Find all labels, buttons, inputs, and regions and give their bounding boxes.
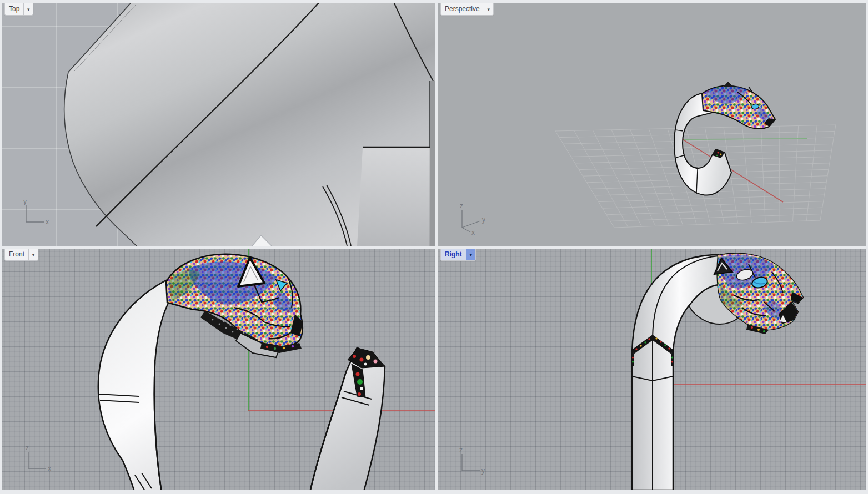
viewport-tab-label[interactable]: Right <box>441 249 466 260</box>
top-viewport-canvas[interactable] <box>2 3 435 246</box>
tail-gem <box>366 355 370 360</box>
jaw-gem <box>763 330 765 332</box>
viewport-menu-arrow-icon[interactable]: ▾ <box>23 3 33 15</box>
viewport-perspective[interactable]: Perspective ▾ z y x <box>438 3 866 246</box>
jaw-gem <box>757 329 760 331</box>
jaw-gem <box>274 347 276 350</box>
viewport-top[interactable]: Top ▾ y x <box>2 3 435 246</box>
tail-gem <box>356 372 360 376</box>
viewport-tab-label[interactable]: Front <box>5 249 28 260</box>
viewport-tab-perspective[interactable]: Perspective ▾ <box>440 3 494 16</box>
jaw-gem <box>751 326 753 329</box>
tail-gem <box>358 392 361 396</box>
viewport-menu-arrow-icon[interactable]: ▾ <box>484 3 493 15</box>
jaw-gem <box>283 347 285 349</box>
perspective-viewport-canvas[interactable] <box>438 3 866 246</box>
right-viewport-canvas[interactable] <box>438 249 866 490</box>
tail-gem <box>353 355 356 358</box>
bottom-frame-strip <box>0 490 868 494</box>
bracelet-model[interactable] <box>98 254 385 490</box>
jaw-gem <box>266 346 268 348</box>
tail-gem <box>716 155 718 157</box>
viewport-front[interactable]: Front ▾ z x <box>2 249 435 490</box>
tail-gem <box>357 379 363 385</box>
front-viewport-canvas[interactable] <box>2 249 435 490</box>
band-closeup-surface[interactable] <box>64 3 435 246</box>
application-window: Top ▾ y x <box>0 0 868 494</box>
jaw-gem <box>292 345 294 347</box>
tail-gem <box>720 154 722 155</box>
viewport-tab-label[interactable]: Perspective <box>441 3 484 15</box>
bangle-band <box>632 255 719 490</box>
tail-gem <box>374 360 378 364</box>
viewport-tab-label[interactable]: Top <box>5 3 23 15</box>
bracelet-model[interactable] <box>674 82 775 195</box>
viewport-tab-right[interactable]: Right ▾ <box>440 249 476 261</box>
tail-gem <box>717 152 719 153</box>
bracelet-model[interactable] <box>631 254 803 490</box>
tail-gem <box>364 363 367 366</box>
ear <box>723 82 733 87</box>
viewport-menu-arrow-icon[interactable]: ▾ <box>28 249 38 260</box>
viewport-right[interactable]: Right ▾ z y <box>438 249 866 490</box>
viewport-menu-arrow-icon[interactable]: ▾ <box>466 249 475 260</box>
viewport-tab-front[interactable]: Front ▾ <box>4 249 38 261</box>
y-axis-line <box>683 139 807 139</box>
tail-gem <box>360 358 364 362</box>
viewport-tab-top[interactable]: Top ▾ <box>4 3 33 16</box>
lower-right-surface <box>357 148 430 246</box>
tail-gem <box>360 387 363 390</box>
right-sliver-surface <box>430 81 435 246</box>
